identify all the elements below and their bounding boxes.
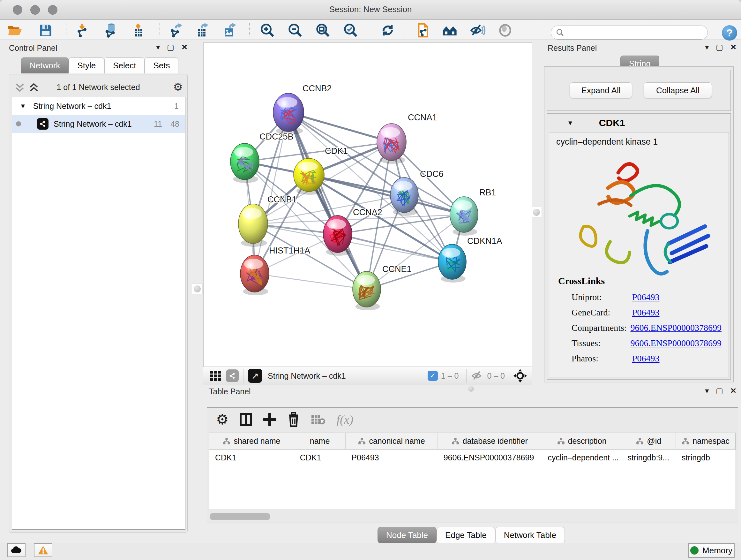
collapse-all-button[interactable]: Collapse All [644, 82, 712, 98]
node-CCNB2[interactable]: CCNB2 [273, 84, 332, 135]
table-header-row: shared namenamecanonical namedatabase id… [209, 433, 736, 449]
tab-style[interactable]: Style [69, 57, 105, 73]
gene-name: CDK1 [599, 118, 625, 128]
window-title: Session: New Session [0, 4, 741, 14]
network-options-gear-icon[interactable]: ⚙ [173, 81, 183, 92]
tab-network-table[interactable]: Network Table [495, 527, 565, 543]
crosslink-row: Tissues:9606.ENSP00000378699 [571, 338, 722, 348]
help-button[interactable]: ? [722, 25, 737, 41]
crosslink-link[interactable]: P06493 [632, 307, 660, 318]
close-panel-icon[interactable]: ✕ [730, 43, 737, 52]
crosslink-link[interactable]: P06493 [632, 292, 660, 302]
edge-HIST1H1A-CCNE1[interactable] [255, 273, 367, 289]
tab-node-table[interactable]: Node Table [378, 527, 436, 543]
string-import-button[interactable] [415, 23, 431, 38]
panel-menu-icon[interactable]: ▾ [705, 43, 709, 52]
crosslink-link[interactable]: 9606.ENSP00000378699 [630, 323, 722, 333]
cloud-status-button[interactable] [7, 543, 25, 557]
home-button[interactable] [442, 23, 458, 38]
left-splitter-grip[interactable] [192, 284, 203, 294]
hide-selected-button[interactable] [470, 23, 486, 38]
float-panel-icon[interactable]: ▢ [716, 43, 723, 52]
zoom-out-button[interactable] [287, 23, 303, 38]
import-table-button[interactable] [130, 23, 146, 38]
column-header-description[interactable]: description [542, 433, 622, 449]
zoom-in-button[interactable] [259, 23, 275, 38]
export-table-button[interactable] [193, 23, 209, 38]
save-session-button[interactable] [38, 23, 54, 38]
zoom-fit-button[interactable] [315, 23, 331, 38]
column-header-@id[interactable]: @id [622, 433, 676, 449]
detach-view-button[interactable]: ↗ [248, 369, 262, 383]
search-input[interactable] [564, 28, 698, 37]
node-CCNA1[interactable]: CCNA1 [377, 113, 437, 164]
network-graph[interactable]: CCNB2CCNA1CDC25BCDK1CDC6RB1CCNB1CCNA2CDK… [204, 43, 532, 366]
float-panel-icon[interactable]: ▢ [167, 43, 174, 52]
node-HIST1H1A[interactable]: HIST1H1A [240, 246, 310, 295]
column-header-shared-name[interactable]: shared name [209, 433, 294, 449]
tab-sets[interactable]: Sets [145, 57, 179, 73]
import-network-database-button[interactable] [103, 23, 119, 38]
table-cell: CDK1 [209, 449, 294, 465]
crosslinks-title: CrossLinks [558, 275, 605, 287]
gene-description: cyclin–dependent kinase 1 [556, 137, 658, 147]
column-header-namespac[interactable]: namespac [676, 433, 736, 449]
function-builder-icon[interactable]: f(x) [336, 413, 353, 427]
delete-trash-icon[interactable] [287, 412, 300, 427]
expand-all-button[interactable]: Expand All [569, 82, 632, 98]
collection-expander-icon[interactable]: ▼ [20, 103, 26, 110]
node-RB1[interactable]: RB1 [450, 188, 496, 236]
open-session-button[interactable] [7, 23, 23, 38]
show-columns-icon[interactable] [239, 413, 252, 427]
crosslink-row: GeneCard:P06493 [571, 307, 722, 318]
tab-edge-table[interactable]: Edge Table [436, 527, 495, 543]
table-cell: cyclin–dependent ... [542, 449, 622, 465]
show-all-button[interactable] [497, 23, 513, 38]
edge-CCNB2-CCNE1[interactable] [288, 112, 367, 289]
card-expander-icon[interactable]: ▼ [567, 119, 574, 127]
close-panel-icon[interactable]: ✕ [181, 43, 188, 52]
search-box[interactable] [551, 25, 708, 40]
export-network-button[interactable] [167, 23, 183, 38]
memory-button[interactable]: Memory [688, 543, 735, 558]
network-row[interactable]: String Network – cdk1 11 48 [12, 115, 185, 133]
panel-menu-icon[interactable]: ▾ [705, 386, 709, 395]
node-table-box: ⚙ f(x) shared namenamecanonical [207, 408, 738, 523]
node-label-CDC6: CDC6 [420, 169, 444, 179]
birdseye-grid-icon[interactable] [210, 371, 221, 381]
export-image-button[interactable] [221, 23, 237, 38]
close-panel-icon[interactable]: ✕ [730, 386, 737, 395]
crosslink-link[interactable]: P06493 [632, 354, 660, 364]
update-network-button[interactable] [380, 23, 396, 38]
column-header-canonical-name[interactable]: canonical name [346, 433, 437, 449]
zoom-selected-icon [343, 23, 358, 38]
network-canvas[interactable]: CCNB2CCNA1CDC25BCDK1CDC6RB1CCNB1CCNA2CDK… [203, 43, 532, 367]
pan-crosshair-icon[interactable] [513, 369, 527, 383]
warnings-button[interactable] [34, 543, 52, 557]
horizontal-scrollbar-thumb[interactable] [210, 513, 270, 520]
node-label-CDKN1A: CDKN1A [467, 236, 502, 246]
add-column-plus-icon[interactable] [263, 413, 276, 426]
panel-menu-icon[interactable]: ▾ [156, 43, 160, 52]
node-CCNE1[interactable]: CCNE1 [353, 264, 412, 310]
tab-network[interactable]: Network [21, 57, 69, 73]
selected-checkbox-icon[interactable]: ✓ [428, 371, 438, 381]
node-result-card: ▼ CDK1 cyclin–dependent kinase 1 [547, 113, 731, 380]
tab-select[interactable]: Select [105, 57, 145, 73]
import-network-file-button[interactable] [74, 23, 90, 38]
edge-CCNB2-CCNA1[interactable] [288, 112, 392, 142]
column-header-database-identifier[interactable]: database identifier [438, 433, 542, 449]
column-header-name[interactable]: name [294, 433, 346, 449]
node-table[interactable]: shared namenamecanonical namedatabase id… [209, 433, 736, 509]
crosslink-link[interactable]: 9606.ENSP00000378699 [630, 338, 722, 348]
node-CCNB1[interactable]: CCNB1 [239, 195, 297, 247]
zoom-selected-button[interactable] [342, 23, 358, 38]
table-row[interactable]: CDK1CDK1P064939606.ENSP00000378699cyclin… [209, 449, 736, 465]
delete-table-icon[interactable] [311, 414, 326, 425]
results-panel: Results Panel ▾ ▢ ✕ String Expand All Co… [540, 41, 741, 386]
node-CDKN1A[interactable]: CDKN1A [438, 236, 502, 283]
network-overview-icon[interactable] [226, 369, 239, 382]
float-panel-icon[interactable]: ▢ [716, 386, 723, 395]
network-collection-row[interactable]: ▼ String Network – cdk1 1 [12, 97, 185, 115]
table-options-gear-icon[interactable]: ⚙ [216, 413, 228, 427]
